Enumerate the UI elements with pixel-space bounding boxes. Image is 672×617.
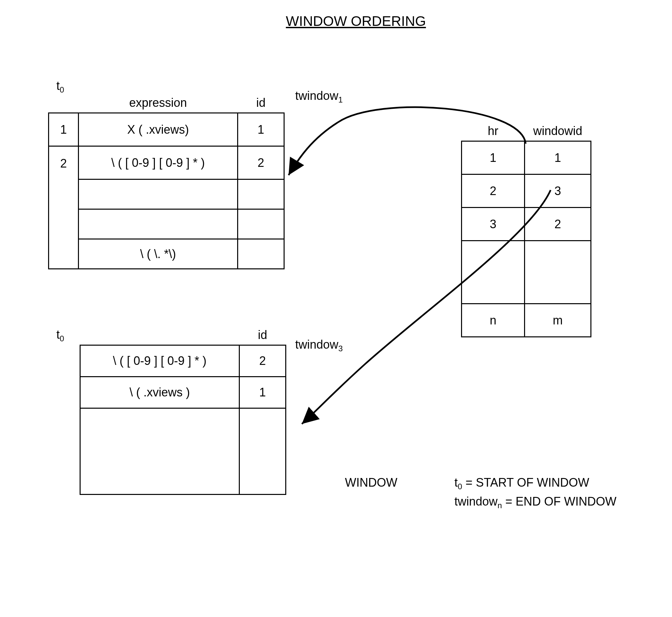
cell2-expr-blank	[80, 408, 239, 494]
cell-expr-3	[78, 180, 238, 209]
legend-window: WINDOW	[345, 474, 397, 491]
col-header-hr: hr	[462, 124, 525, 141]
cell3-hr-blank	[462, 241, 525, 304]
cell-t-1: 1	[49, 113, 78, 146]
cell3-wid-2: 3	[525, 175, 591, 208]
cell-expr-5: \ ( \. *\)	[78, 239, 238, 269]
col-header-id: id	[238, 95, 284, 113]
cell-expr-1: X ( .xviews)	[78, 113, 238, 146]
legend-line-2: twindown = END OF WINDOW	[454, 492, 616, 511]
cell2-expr-2: \ ( .xviews )	[80, 377, 239, 408]
cell2-id-1: 2	[239, 345, 286, 377]
cell-id-3	[238, 180, 284, 209]
cell-id-5	[238, 239, 284, 269]
cell3-hr-2: 2	[462, 175, 525, 208]
table-window-1: expression id 1 X ( .xviews) 1 2 \ ( [ 0…	[48, 95, 284, 269]
cell-expr-2: \ ( [ 0-9 ] [ 0-9 ] * )	[78, 146, 238, 180]
cell3-wid-1: 1	[525, 141, 591, 175]
t0-label-1: t0	[56, 79, 64, 94]
cell3-wid-3: 2	[525, 208, 591, 241]
cell-id-1: 1	[238, 113, 284, 146]
cell2-id-blank	[239, 408, 286, 494]
col-header-id-2: id	[239, 328, 286, 345]
twindow1-label: twindow1	[295, 89, 343, 105]
cell-id-4	[238, 209, 284, 239]
cell-id-2: 2	[238, 146, 284, 180]
legend-line-1: t0 = START OF WINDOW	[454, 474, 616, 492]
t0-label-2: t0	[56, 328, 64, 343]
cell-expr-4	[78, 209, 238, 239]
col-header-windowid: windowid	[525, 124, 591, 141]
cell3-hr-3: 3	[462, 208, 525, 241]
cell2-id-2: 1	[239, 377, 286, 408]
twindow3-label: twindow3	[295, 338, 343, 353]
col-header-expression: expression	[78, 95, 238, 113]
cell3-hr-n: n	[462, 304, 525, 337]
cell3-wid-m: m	[525, 304, 591, 337]
table-window-3: id \ ( [ 0-9 ] [ 0-9 ] * ) 2 \ ( .xviews…	[79, 328, 286, 495]
cell-t-2: 2	[49, 146, 78, 269]
table-hr-windowid: hr windowid 1 1 2 3 3 2 n m	[461, 124, 592, 337]
cell3-hr-1: 1	[462, 141, 525, 175]
legend-text: t0 = START OF WINDOW twindown = END OF W…	[454, 474, 616, 511]
diagram-title: WINDOW ORDERING	[53, 13, 659, 29]
diagram-area: t0 expression id 1 X ( .xviews) 1 2 \ ( …	[13, 76, 659, 606]
cell2-expr-1: \ ( [ 0-9 ] [ 0-9 ] * )	[80, 345, 239, 377]
cell3-wid-blank	[525, 241, 591, 304]
